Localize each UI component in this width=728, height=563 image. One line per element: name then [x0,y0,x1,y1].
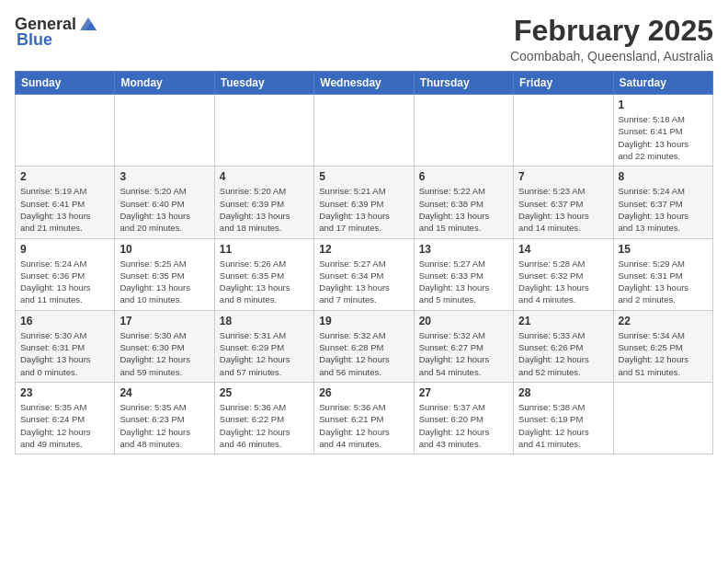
day-number: 17 [119,315,209,327]
col-sunday: Sunday [16,72,115,95]
calendar-cell [613,382,712,454]
day-info: Sunrise: 5:23 AM Sunset: 6:37 PM Dayligh… [518,185,608,234]
title-block: February 2025 Coombabah, Queensland, Aus… [510,15,713,63]
day-info: Sunrise: 5:20 AM Sunset: 6:39 PM Dayligh… [220,185,309,234]
day-number: 2 [20,170,109,183]
day-number: 8 [619,170,708,183]
calendar-cell: 6Sunrise: 5:22 AM Sunset: 6:38 PM Daylig… [414,167,513,238]
calendar-cell: 11Sunrise: 5:26 AM Sunset: 6:35 PM Dayli… [214,238,313,310]
day-info: Sunrise: 5:27 AM Sunset: 6:33 PM Dayligh… [419,258,508,306]
calendar-week-2: 2Sunrise: 5:19 AM Sunset: 6:41 PM Daylig… [16,167,713,238]
calendar-cell: 16Sunrise: 5:30 AM Sunset: 6:31 PM Dayli… [16,310,115,382]
day-info: Sunrise: 5:19 AM Sunset: 6:41 PM Dayligh… [20,185,109,234]
calendar-cell: 15Sunrise: 5:29 AM Sunset: 6:31 PM Dayli… [613,238,712,310]
calendar-cell: 23Sunrise: 5:35 AM Sunset: 6:24 PM Dayli… [16,382,115,454]
day-number: 19 [319,315,408,327]
day-info: Sunrise: 5:21 AM Sunset: 6:39 PM Dayligh… [319,185,408,234]
page-subtitle: Coombabah, Queensland, Australia [510,49,713,63]
calendar-cell: 27Sunrise: 5:37 AM Sunset: 6:20 PM Dayli… [414,382,513,454]
day-info: Sunrise: 5:35 AM Sunset: 6:23 PM Dayligh… [119,401,209,450]
day-number: 11 [220,243,309,256]
calendar-week-1: 1Sunrise: 5:18 AM Sunset: 6:41 PM Daylig… [16,95,713,167]
day-info: Sunrise: 5:28 AM Sunset: 6:32 PM Dayligh… [518,258,608,306]
calendar-week-3: 9Sunrise: 5:24 AM Sunset: 6:36 PM Daylig… [16,238,713,310]
calendar-cell: 17Sunrise: 5:30 AM Sunset: 6:30 PM Dayli… [115,310,214,382]
day-info: Sunrise: 5:24 AM Sunset: 6:37 PM Dayligh… [619,185,708,234]
day-info: Sunrise: 5:30 AM Sunset: 6:30 PM Dayligh… [119,329,209,378]
day-info: Sunrise: 5:22 AM Sunset: 6:38 PM Dayligh… [419,185,508,234]
col-saturday: Saturday [613,72,712,95]
day-number: 28 [518,386,608,399]
calendar-cell [214,95,313,167]
day-number: 13 [419,243,508,256]
calendar-cell [514,95,613,167]
day-number: 5 [319,170,408,183]
calendar-cell: 1Sunrise: 5:18 AM Sunset: 6:41 PM Daylig… [613,95,712,167]
day-info: Sunrise: 5:27 AM Sunset: 6:34 PM Dayligh… [319,258,408,306]
day-number: 18 [220,315,309,327]
calendar-cell [16,95,115,167]
col-friday: Friday [514,72,613,95]
calendar-cell: 25Sunrise: 5:36 AM Sunset: 6:22 PM Dayli… [214,382,313,454]
calendar-cell: 22Sunrise: 5:34 AM Sunset: 6:25 PM Dayli… [613,310,712,382]
day-number: 16 [20,315,109,327]
day-info: Sunrise: 5:29 AM Sunset: 6:31 PM Dayligh… [619,258,708,306]
col-monday: Monday [115,72,214,95]
calendar-cell: 21Sunrise: 5:33 AM Sunset: 6:26 PM Dayli… [514,310,613,382]
page-header: General Blue February 2025 Coombabah, Qu… [15,15,713,63]
calendar-cell: 19Sunrise: 5:32 AM Sunset: 6:28 PM Dayli… [314,310,414,382]
col-tuesday: Tuesday [214,72,313,95]
day-info: Sunrise: 5:32 AM Sunset: 6:28 PM Dayligh… [319,329,408,378]
day-number: 24 [119,386,209,399]
day-number: 23 [20,386,109,399]
calendar-header-row: Sunday Monday Tuesday Wednesday Thursday… [16,72,713,95]
day-number: 14 [518,243,608,256]
day-number: 3 [119,170,209,183]
day-number: 25 [220,386,309,399]
day-info: Sunrise: 5:38 AM Sunset: 6:19 PM Dayligh… [518,401,608,450]
day-info: Sunrise: 5:34 AM Sunset: 6:25 PM Dayligh… [619,329,708,378]
day-info: Sunrise: 5:30 AM Sunset: 6:31 PM Dayligh… [20,329,109,378]
day-info: Sunrise: 5:26 AM Sunset: 6:35 PM Dayligh… [220,258,309,306]
page-container: General Blue February 2025 Coombabah, Qu… [15,15,713,454]
day-number: 12 [319,243,408,256]
day-number: 15 [619,243,708,256]
day-number: 4 [220,170,309,183]
calendar-cell [314,95,414,167]
calendar-cell: 24Sunrise: 5:35 AM Sunset: 6:23 PM Dayli… [115,382,214,454]
day-info: Sunrise: 5:20 AM Sunset: 6:40 PM Dayligh… [119,185,209,234]
calendar-week-5: 23Sunrise: 5:35 AM Sunset: 6:24 PM Dayli… [16,382,713,454]
calendar-cell: 8Sunrise: 5:24 AM Sunset: 6:37 PM Daylig… [613,167,712,238]
page-title: February 2025 [510,15,713,47]
day-info: Sunrise: 5:35 AM Sunset: 6:24 PM Dayligh… [20,401,109,450]
day-number: 27 [419,386,508,399]
day-number: 1 [619,98,708,111]
logo-blue-text: Blue [17,30,52,50]
calendar-cell: 3Sunrise: 5:20 AM Sunset: 6:40 PM Daylig… [115,167,214,238]
calendar-cell: 14Sunrise: 5:28 AM Sunset: 6:32 PM Dayli… [514,238,613,310]
day-number: 26 [319,386,408,399]
calendar-cell: 2Sunrise: 5:19 AM Sunset: 6:41 PM Daylig… [16,167,115,238]
day-number: 20 [419,315,508,327]
calendar-cell: 28Sunrise: 5:38 AM Sunset: 6:19 PM Dayli… [514,382,613,454]
calendar-cell: 20Sunrise: 5:32 AM Sunset: 6:27 PM Dayli… [414,310,513,382]
calendar-week-4: 16Sunrise: 5:30 AM Sunset: 6:31 PM Dayli… [16,310,713,382]
day-number: 10 [119,243,209,256]
calendar-cell: 10Sunrise: 5:25 AM Sunset: 6:35 PM Dayli… [115,238,214,310]
day-number: 22 [619,315,708,327]
calendar-table: Sunday Monday Tuesday Wednesday Thursday… [15,71,713,454]
day-info: Sunrise: 5:33 AM Sunset: 6:26 PM Dayligh… [518,329,608,378]
logo: General Blue [15,15,98,50]
calendar-cell: 7Sunrise: 5:23 AM Sunset: 6:37 PM Daylig… [514,167,613,238]
calendar-cell: 9Sunrise: 5:24 AM Sunset: 6:36 PM Daylig… [16,238,115,310]
day-info: Sunrise: 5:32 AM Sunset: 6:27 PM Dayligh… [419,329,508,378]
day-info: Sunrise: 5:18 AM Sunset: 6:41 PM Dayligh… [619,113,708,162]
calendar-cell: 4Sunrise: 5:20 AM Sunset: 6:39 PM Daylig… [214,167,313,238]
calendar-cell: 5Sunrise: 5:21 AM Sunset: 6:39 PM Daylig… [314,167,414,238]
day-number: 7 [518,170,608,183]
day-info: Sunrise: 5:25 AM Sunset: 6:35 PM Dayligh… [119,258,209,306]
day-number: 9 [20,243,109,256]
day-info: Sunrise: 5:31 AM Sunset: 6:29 PM Dayligh… [220,329,309,378]
day-number: 21 [518,315,608,327]
calendar-cell: 12Sunrise: 5:27 AM Sunset: 6:34 PM Dayli… [314,238,414,310]
